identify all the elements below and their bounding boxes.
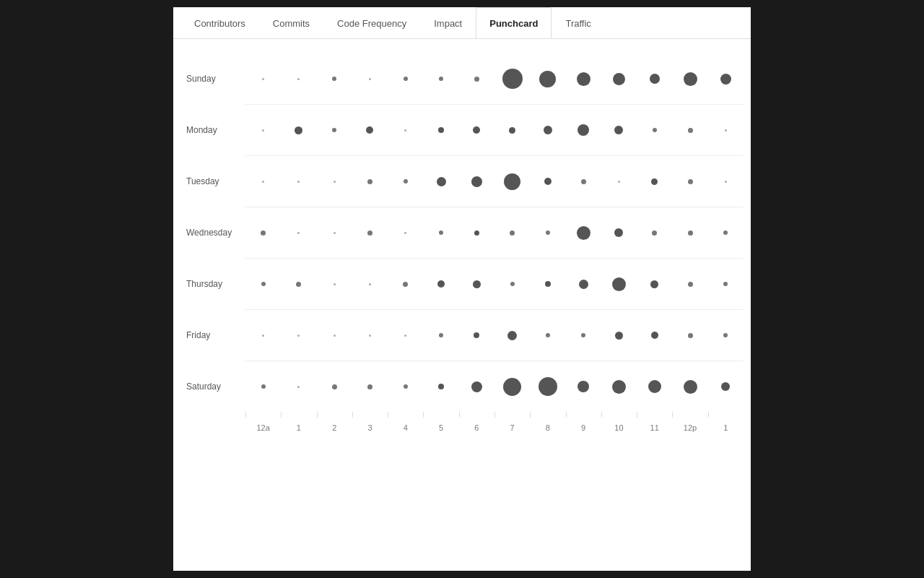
x-tick: [352, 412, 388, 418]
dot: [618, 181, 620, 183]
dot-cell: [530, 230, 565, 235]
tab-bar: ContributorsCommitsCode FrequencyImpactP…: [173, 7, 751, 39]
dot-cell: [423, 177, 458, 186]
dot-cell: [601, 332, 637, 340]
dot: [334, 181, 336, 183]
dot-cell: [601, 181, 637, 183]
row-friday: Friday: [180, 310, 744, 361]
dot: [507, 331, 517, 340]
dot: [439, 230, 443, 235]
dot-cell: [281, 386, 316, 388]
dot-cell: [352, 78, 388, 80]
dot: [471, 176, 482, 187]
punchcard-grid: SundayMondayTuesdayWednesdayThursdayFrid…: [180, 53, 744, 412]
dot: [474, 77, 479, 82]
x-tick: [459, 412, 494, 418]
dot: [437, 177, 446, 186]
dot: [652, 230, 657, 236]
row-dots-sunday: [245, 53, 744, 104]
dot-cell: [494, 127, 530, 134]
dot: [613, 73, 625, 85]
row-dots-monday: [245, 105, 744, 155]
dot-cell: [601, 380, 637, 394]
tab-traffic[interactable]: Traffic: [552, 7, 604, 39]
dot-cell: [352, 335, 388, 337]
dot-cell: [672, 179, 707, 184]
dot: [473, 126, 480, 134]
dot: [334, 335, 336, 337]
dot: [334, 283, 336, 285]
dot: [404, 77, 408, 81]
dot-cell: [459, 126, 494, 134]
dot-cell: [317, 232, 352, 234]
dot-cell: [708, 382, 744, 391]
dot-cell: [494, 173, 530, 190]
dot: [367, 384, 372, 389]
row-saturday: Saturday: [180, 361, 744, 412]
dot: [725, 181, 727, 183]
dot-cell: [423, 333, 458, 337]
dot: [648, 380, 661, 393]
tab-punchcard[interactable]: Punchcard: [476, 7, 552, 39]
dot-cell: [494, 378, 530, 396]
dot-cell: [423, 77, 458, 81]
dot: [684, 72, 697, 86]
dot-cell: [708, 74, 744, 85]
dot: [723, 333, 728, 337]
dot: [688, 179, 693, 184]
dot: [404, 335, 406, 337]
x-tick: [637, 412, 672, 418]
x-tick: [245, 412, 281, 418]
dot: [366, 126, 373, 134]
dot: [725, 129, 727, 131]
dot: [653, 128, 657, 132]
dot: [544, 178, 552, 185]
dot-cell: [566, 124, 601, 136]
dot-cell: [459, 77, 494, 82]
dot: [438, 384, 444, 389]
dot: [720, 74, 731, 85]
dot: [297, 335, 300, 337]
dot-cell: [494, 331, 530, 340]
row-dots-wednesday: [245, 207, 744, 258]
row-dots-thursday: [245, 259, 744, 309]
x-axis-label: 6: [459, 423, 494, 432]
x-axis-label: 7: [494, 423, 530, 432]
dot: [539, 71, 556, 87]
dot: [261, 282, 266, 286]
dot: [723, 282, 728, 286]
dot: [367, 230, 372, 236]
dot-cell: [245, 230, 281, 236]
dot: [651, 178, 658, 185]
x-axis-label: 5: [423, 423, 458, 432]
dot-cell: [566, 381, 601, 392]
dot-cell: [601, 73, 637, 85]
dot-cell: [637, 128, 672, 132]
dot-cell: [281, 78, 316, 80]
tab-commits[interactable]: Commits: [259, 7, 323, 39]
dot: [296, 282, 301, 287]
dot: [473, 280, 481, 288]
dot-cell: [459, 381, 494, 392]
main-panel: ContributorsCommitsCode FrequencyImpactP…: [173, 7, 751, 571]
dot: [688, 333, 693, 338]
dot: [262, 181, 264, 183]
x-tick: [423, 412, 458, 418]
dot-cell: [672, 230, 707, 236]
dot-cell: [352, 384, 388, 389]
dot: [546, 333, 550, 337]
row-label-saturday: Saturday: [180, 381, 245, 392]
dot-cell: [352, 179, 388, 184]
dot: [404, 179, 408, 184]
dot: [612, 380, 626, 394]
x-axis-label: 1: [281, 423, 316, 432]
tab-impact[interactable]: Impact: [420, 7, 476, 39]
dot-cell: [566, 179, 601, 184]
row-tuesday: Tuesday: [180, 156, 744, 207]
dot-cell: [566, 72, 601, 86]
tab-contributors[interactable]: Contributors: [180, 7, 259, 39]
dot: [261, 230, 266, 236]
dot-cell: [459, 230, 494, 236]
dot-cell: [672, 380, 707, 394]
tab-code-frequency[interactable]: Code Frequency: [323, 7, 420, 39]
